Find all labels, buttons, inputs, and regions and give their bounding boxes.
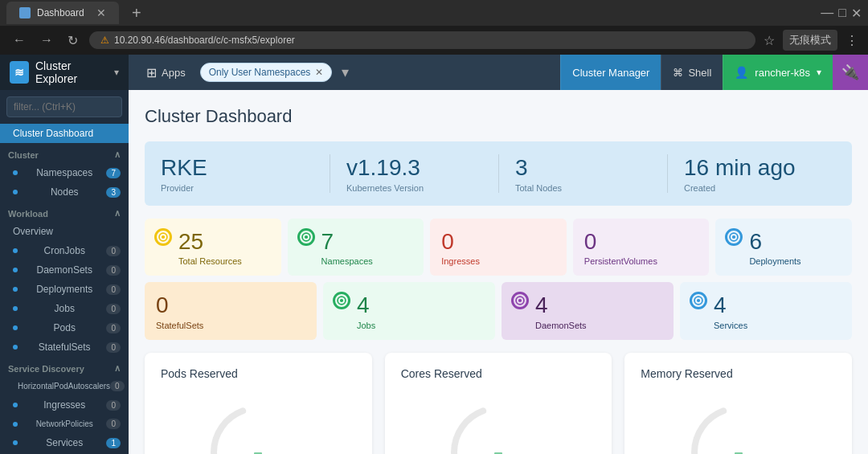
sidebar-section-cluster[interactable]: Cluster ∧ — [0, 143, 129, 163]
new-tab-button[interactable]: + — [125, 4, 148, 22]
sidebar-item-networkpolicies[interactable]: NetworkPolicies 0 — [0, 415, 129, 433]
browser-tab[interactable]: Dashboard ✕ — [6, 2, 119, 24]
sidebar-item-namespaces[interactable]: Namespaces 7 — [0, 163, 129, 182]
stat-label: Deployments — [749, 256, 841, 266]
sidebar-section-workload[interactable]: Workload ∧ — [0, 202, 129, 222]
stat-label: Jobs — [357, 321, 484, 330]
close-button[interactable]: ✕ — [851, 6, 862, 21]
stat-card: 4 Jobs — [323, 282, 495, 340]
svg-point-3 — [304, 235, 307, 238]
sidebar-dot-ingresses — [13, 403, 18, 407]
sidebar-search-input[interactable] — [6, 96, 122, 117]
svg-point-9 — [518, 299, 522, 302]
sidebar-item-daemonsets[interactable]: DaemonSets 0 — [0, 260, 129, 280]
sidebar-item-jobs[interactable]: Jobs 0 — [0, 299, 129, 318]
sidebar-dot-jobs — [13, 306, 18, 311]
cluster-manager-button[interactable]: Cluster Manager — [560, 55, 661, 90]
shell-label: Shell — [688, 67, 711, 79]
apps-label: Apps — [162, 67, 186, 79]
stat-number: 25 — [178, 228, 270, 256]
shell-button[interactable]: ⌘ Shell — [661, 55, 723, 90]
sidebar-item-pods[interactable]: Pods 0 — [0, 318, 129, 337]
stat-number: 7 — [321, 228, 413, 256]
sidebar-search-area — [0, 90, 129, 124]
stat-number: 4 — [535, 292, 662, 319]
namespace-filter-label: Only User Namespaces — [209, 67, 311, 78]
sidebar-item-cronjobs[interactable]: CronJobs 0 — [0, 241, 129, 260]
sidebar-item-cluster-dashboard[interactable]: Cluster Dashboard — [0, 124, 129, 143]
rancher-label: rancher-k8s — [755, 67, 810, 79]
provider-label: Provider — [161, 183, 313, 193]
reload-button[interactable]: ↻ — [64, 33, 81, 48]
address-bar[interactable]: ⚠ 10.20.90.46/dashboard/c/c-msfx5/explor… — [89, 31, 755, 49]
deployments-count: 0 — [106, 284, 121, 295]
statefulsets-count: 0 — [106, 342, 121, 353]
daemonsets-count: 0 — [106, 265, 121, 276]
extensions-puzzle-icon[interactable]: 🔌 — [833, 55, 868, 90]
stat-icon — [725, 228, 743, 246]
sidebar-item-services[interactable]: Services 1 — [0, 433, 129, 452]
minimize-button[interactable]: — — [821, 6, 833, 20]
app-logo-icon: ≋ — [10, 61, 29, 84]
stat-label: PersistentVolumes — [584, 256, 698, 266]
header-right: Cluster Manager ⌘ Shell 👤 rancher-k8s ▾ … — [560, 55, 868, 90]
back-button[interactable]: ← — [10, 33, 29, 47]
jobs-count: 0 — [106, 304, 121, 314]
tab-favicon — [19, 7, 31, 18]
cluster-info-card: RKE Provider v1.19.3 Kubernetes Version … — [145, 141, 852, 206]
app-logo-label: Cluster Explorer — [35, 59, 104, 85]
tab-close-button[interactable]: ✕ — [96, 6, 106, 19]
sidebar-item-ingresses[interactable]: Ingresses 0 — [0, 395, 129, 415]
gauge-svg — [442, 396, 555, 454]
app-logo-area[interactable]: ≋ Cluster Explorer ▾ — [0, 55, 129, 90]
namespaces-count: 7 — [106, 168, 121, 178]
sidebar-item-hpa[interactable]: HorizontalPodAutoscalers 0 — [0, 377, 129, 395]
extensions-icon[interactable]: ⋮ — [845, 33, 858, 48]
stat-label: Ingresses — [441, 256, 555, 266]
sidebar-item-nodes[interactable]: Nodes 3 — [0, 182, 129, 202]
gauge-container: 6% 19 of 330 Pods Reserved — [161, 388, 356, 454]
nodes-count: 3 — [106, 187, 121, 198]
stat-label: Namespaces — [321, 256, 413, 266]
browser-actions: ☆ 无痕模式 ⋮ — [764, 30, 858, 51]
forward-button[interactable]: → — [37, 33, 56, 47]
sidebar-dot-pods — [13, 325, 18, 330]
maximize-button[interactable]: □ — [838, 6, 846, 20]
apps-button[interactable]: ⊞ Apps — [138, 60, 194, 85]
stat-label: StatefulSets — [156, 321, 305, 330]
sidebar-item-statefulsets[interactable]: StatefulSets 0 — [0, 337, 129, 357]
stat-card: 4 Services — [680, 282, 852, 340]
gauge-card: Memory Reserved 2% 0.17 of 10.8 GiB Memo… — [624, 353, 852, 454]
gauge-title: Memory Reserved — [641, 367, 836, 380]
url-text: 10.20.90.46/dashboard/c/c-msfx5/explorer — [114, 35, 295, 46]
app-header: ≋ Cluster Explorer ▾ ⊞ Apps Only User Na… — [0, 55, 868, 90]
stat-icon — [297, 228, 315, 246]
ingresses-count: 0 — [106, 400, 121, 411]
user-icon[interactable]: 无痕模式 — [783, 30, 837, 51]
sidebar-item-overview[interactable]: Overview — [0, 222, 129, 241]
content-area: Cluster Dashboard RKE Provider v1.19.3 K… — [129, 90, 868, 454]
provider-info: RKE Provider — [161, 154, 330, 193]
sidebar-section-service-discovery[interactable]: Service Discovery ∧ — [0, 357, 129, 377]
apps-grid-icon: ⊞ — [146, 65, 157, 80]
stats-grid-row2: 0 StatefulSets 4 Jobs 4 DaemonSets 4 Ser… — [145, 282, 852, 340]
nodes-label: Total Nodes — [515, 183, 651, 193]
stat-card: 0 StatefulSets — [145, 282, 317, 340]
sidebar-item-deployments[interactable]: Deployments 0 — [0, 280, 129, 299]
created-value: 16 min ago — [684, 154, 820, 182]
terminal-icon: ⌘ — [673, 67, 683, 79]
namespace-dropdown-button[interactable]: ▾ — [338, 63, 352, 81]
provider-value: RKE — [161, 154, 313, 182]
stat-number: 6 — [749, 228, 841, 256]
stat-icon — [154, 228, 172, 246]
svg-point-11 — [697, 299, 700, 302]
namespace-filter-close[interactable]: ✕ — [315, 67, 323, 78]
created-info: 16 min ago Created — [667, 154, 836, 193]
workload-section-chevron: ∧ — [114, 208, 121, 219]
sidebar-dot-deployments — [13, 287, 18, 292]
namespace-filter-pill[interactable]: Only User Namespaces ✕ — [200, 63, 333, 82]
header-nav: ⊞ Apps Only User Namespaces ✕ ▾ — [129, 55, 560, 90]
sidebar-dot-statefulsets — [13, 345, 18, 350]
bookmark-icon[interactable]: ☆ — [764, 33, 775, 48]
rancher-profile-button[interactable]: 👤 rancher-k8s ▾ — [723, 55, 833, 90]
